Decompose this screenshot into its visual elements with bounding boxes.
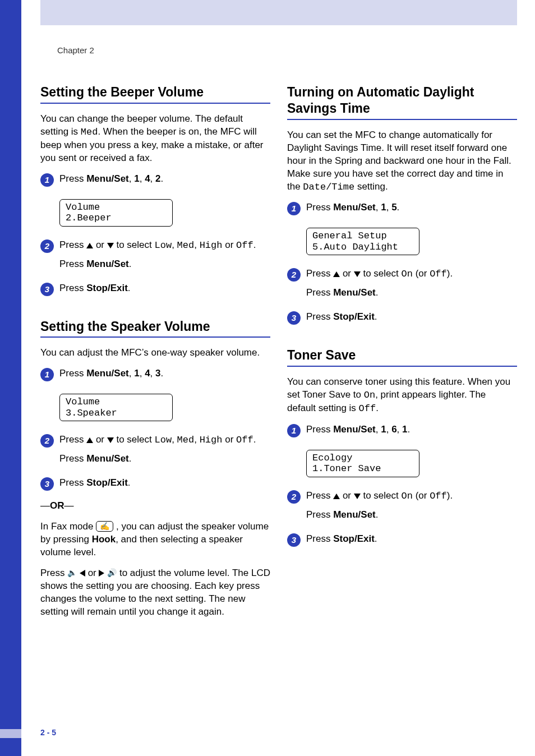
step-badge: 3 xyxy=(40,283,54,296)
step-badge: 2 xyxy=(287,490,301,504)
lcd-display: Volume 2.Beeper xyxy=(59,199,173,227)
down-arrow-icon xyxy=(107,243,114,248)
step-badge: 2 xyxy=(40,434,54,448)
down-arrow-icon xyxy=(354,271,361,277)
right-column: Turning on Automatic Daylight Savings Ti… xyxy=(287,84,517,626)
step-badge: 1 xyxy=(287,202,301,215)
up-arrow-icon xyxy=(333,494,340,499)
right-arrow-icon xyxy=(99,570,104,577)
speaker-step-3: 3 Press Stop/Exit. xyxy=(40,477,270,495)
step-badge: 2 xyxy=(40,239,54,253)
down-arrow-icon xyxy=(107,437,114,443)
heading-daylight: Turning on Automatic Daylight Savings Ti… xyxy=(287,84,517,120)
speaker-step-1: 1 Press Menu/Set, 1, 4, 3. xyxy=(40,367,270,386)
heading-toner: Toner Save xyxy=(287,347,517,367)
up-arrow-icon xyxy=(86,243,93,248)
beeper-step-1: 1 Press Menu/Set, 1, 4, 2. xyxy=(40,173,270,191)
toner-step-3: 3 Press Stop/Exit. xyxy=(287,533,517,551)
toner-step-1: 1 Press Menu/Set, 1, 6, 1. xyxy=(287,423,517,442)
lcd-display: General Setup 5.Auto Daylight xyxy=(306,228,419,255)
step-badge: 3 xyxy=(40,477,54,491)
volume-paragraph: Press 🔈 or 🔊 to adjust the volume level.… xyxy=(40,567,270,619)
lcd-display: Volume 3.Speaker xyxy=(59,394,173,421)
beeper-step-2: 2 Press or to select Low, Med, High or O… xyxy=(40,239,270,276)
page-number: 2 - 5 xyxy=(40,727,56,738)
toner-intro: You can conserve toner using this featur… xyxy=(287,376,517,416)
step-badge: 1 xyxy=(40,368,54,381)
heading-beeper: Setting the Beeper Volume xyxy=(40,84,270,104)
or-separator: —OR— xyxy=(40,500,270,513)
speaker-low-icon: 🔈 xyxy=(67,568,77,577)
content: Chapter 2 Setting the Beeper Volume You … xyxy=(40,25,517,626)
side-accent xyxy=(0,0,21,756)
daylight-step-2: 2 Press or to select On (or Off). Press … xyxy=(287,268,517,305)
footer-accent xyxy=(0,729,21,738)
step-badge: 2 xyxy=(287,268,301,282)
down-arrow-icon xyxy=(354,494,361,499)
speaker-step-2: 2 Press or to select Low, Med, High or O… xyxy=(40,434,270,471)
chapter-label: Chapter 2 xyxy=(57,45,517,56)
left-arrow-icon xyxy=(80,570,85,577)
beeper-step-3: 3 Press Stop/Exit. xyxy=(40,282,270,301)
up-arrow-icon xyxy=(86,437,93,443)
fax-paragraph: In Fax mode ✍ , you can adjust the speak… xyxy=(40,520,270,559)
left-column: Setting the Beeper Volume You can change… xyxy=(40,84,270,626)
heading-speaker: Setting the Speaker Volume xyxy=(40,319,270,338)
columns: Setting the Beeper Volume You can change… xyxy=(40,84,517,626)
daylight-step-3: 3 Press Stop/Exit. xyxy=(287,311,517,329)
step-badge: 1 xyxy=(287,424,301,437)
step-badge: 1 xyxy=(40,173,54,187)
speaker-intro: You can adjust the MFC’s one-way speaker… xyxy=(40,347,270,359)
step-badge: 3 xyxy=(287,533,301,547)
daylight-step-1: 1 Press Menu/Set, 1, 5. xyxy=(287,201,517,220)
daylight-intro: You can set the MFC to change automatica… xyxy=(287,129,517,194)
up-arrow-icon xyxy=(333,271,340,277)
step-badge: 3 xyxy=(287,311,301,325)
toner-step-2: 2 Press or to select On (or Off). Press … xyxy=(287,490,517,527)
top-accent xyxy=(40,0,517,25)
lcd-display: Ecology 1.Toner Save xyxy=(306,450,419,477)
beeper-intro: You can change the beeper volume. The de… xyxy=(40,113,270,165)
page: Chapter 2 Setting the Beeper Volume You … xyxy=(0,0,535,756)
fax-icon: ✍ xyxy=(96,521,113,532)
speaker-high-icon: 🔊 xyxy=(107,568,117,577)
